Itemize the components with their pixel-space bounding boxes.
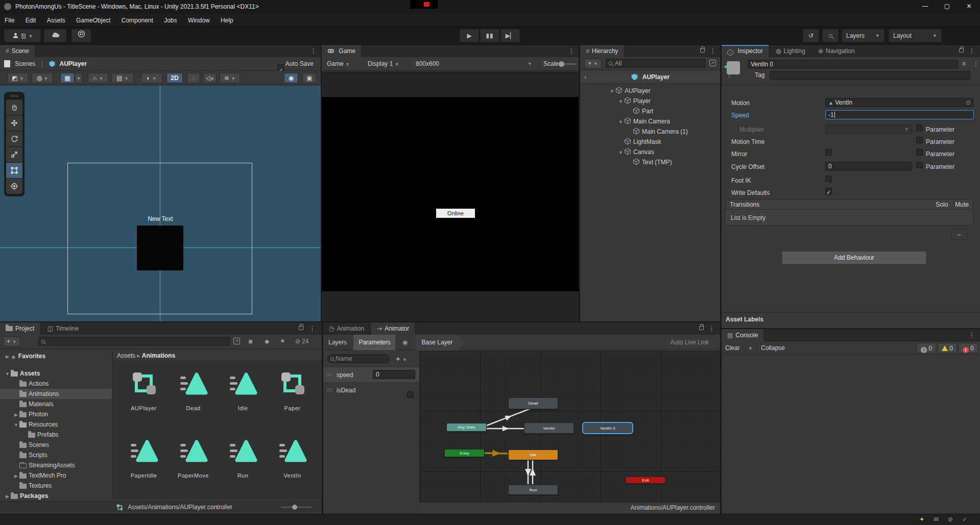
breadcrumb-root[interactable]: Assets <box>117 352 135 359</box>
scene-picker-icon[interactable]: ↗ <box>709 60 716 66</box>
palette-drag-handle[interactable] <box>6 94 22 98</box>
asset-idle[interactable]: Idle <box>218 367 268 428</box>
menu-component[interactable]: Component <box>117 14 158 27</box>
hierarchy-item-player[interactable]: ▼Player <box>580 96 720 106</box>
project-folder-scripts[interactable]: Scripts <box>0 450 112 460</box>
lock-icon[interactable] <box>700 48 705 53</box>
project-folder-animations[interactable]: Animations <box>0 389 112 399</box>
game-menu-kebab-icon[interactable]: ⋮ <box>568 47 575 55</box>
hierarchy-item-text-tmp-[interactable]: Text (TMP) <box>580 157 720 167</box>
project-folder-packages[interactable]: ▶Packages <box>0 491 112 500</box>
camera-settings-button[interactable]: ▣ <box>302 73 317 83</box>
motion-time-parameter-checkbox[interactable] <box>916 137 923 143</box>
resolution-dropdown[interactable]: 800x600 ▼ <box>413 59 535 69</box>
menu-window[interactable]: Window <box>183 14 214 27</box>
error-count-badge[interactable]: ! 0 <box>959 343 978 353</box>
project-menu-kebab-icon[interactable]: ⋮ <box>309 324 316 332</box>
no-errors-icon[interactable]: ⊘ <box>948 516 953 523</box>
scene-audio-toggle[interactable]: ◁✕ <box>203 73 217 83</box>
info-count-badge[interactable]: ! 0 <box>917 343 936 353</box>
lock-icon[interactable] <box>959 48 964 53</box>
breadcrumb-scenes[interactable]: Scenes <box>15 60 35 67</box>
state-node-entry[interactable]: Entry <box>444 449 485 457</box>
project-search-input[interactable] <box>38 337 230 346</box>
project-folder-actions[interactable]: Actions <box>0 379 112 389</box>
tab-animation[interactable]: ◷Animation <box>323 322 370 335</box>
minimize-button[interactable]: — <box>914 3 936 10</box>
display-dropdown[interactable]: Display 1 ▼ <box>365 59 402 69</box>
rect-tool[interactable] <box>6 163 22 178</box>
handle-orientation-button[interactable]: ◍ ▼ <box>32 73 53 83</box>
asset-dead[interactable]: Dead <box>169 367 218 428</box>
tab-project[interactable]: Project <box>0 322 40 335</box>
state-node-idle[interactable]: Idle <box>508 449 558 460</box>
eye-icon[interactable]: ◉ <box>402 339 408 346</box>
effects-dropdown[interactable]: ≋ ▼ <box>220 73 240 83</box>
speed-parameter-value[interactable]: 0 <box>373 370 415 379</box>
tab-game[interactable]: Game <box>322 45 361 57</box>
inspector-menu-kebab-icon[interactable]: ⋮ <box>968 47 975 55</box>
console-menu-kebab-icon[interactable]: ⋮ <box>968 331 975 339</box>
foot-ik-checkbox[interactable] <box>825 176 832 182</box>
tab-inspector[interactable]: i Inspector <box>722 45 769 57</box>
asset-run[interactable]: Run <box>218 435 268 495</box>
write-defaults-checkbox[interactable] <box>825 188 832 194</box>
animator-menu-kebab-icon[interactable]: ⋮ <box>708 324 715 332</box>
clear-dropdown-icon[interactable]: ▼ <box>745 346 755 351</box>
project-folder-prefabs[interactable]: Prefabs <box>0 430 112 440</box>
object-picker-icon[interactable]: ⊙ <box>966 98 971 107</box>
layers-toggle[interactable]: Layers <box>328 339 347 346</box>
project-folder-materials[interactable]: Materials <box>0 399 112 409</box>
project-folder-streamingassets[interactable]: StreamingAssets <box>0 460 112 470</box>
layout-dropdown[interactable]: Layout ▼ <box>889 29 942 42</box>
header-kebab-icon[interactable]: ⋮ <box>973 60 979 67</box>
menu-file[interactable]: File <box>0 14 19 27</box>
state-node-ventin[interactable]: VentIn <box>524 422 574 434</box>
message-icon[interactable]: ✉ <box>934 516 939 523</box>
transform-tool[interactable] <box>6 179 22 194</box>
thumbnail-size-slider-thumb[interactable] <box>292 505 297 510</box>
auto-live-link-button[interactable]: Auto Live Link <box>665 337 714 347</box>
activity-icon[interactable]: ✦ <box>919 516 924 523</box>
speed-field[interactable]: -1 <box>825 110 974 119</box>
state-node-run[interactable]: Run <box>508 485 558 495</box>
parameters-toggle[interactable]: Parameters <box>353 335 395 350</box>
grid-snap-dropdown[interactable]: ▼ <box>75 73 83 83</box>
warning-count-badge[interactable]: 0 <box>938 343 957 353</box>
breadcrumb-current[interactable]: Animations <box>142 352 175 359</box>
tab-timeline[interactable]: ◫Timeline <box>42 322 84 335</box>
hierarchy-item-main-camera-1-[interactable]: Main Camera (1) <box>580 127 720 137</box>
prefab-root-name[interactable]: AUPlayer <box>642 73 670 81</box>
add-behaviour-button[interactable]: Add Behaviour <box>782 251 926 264</box>
search-everything-button[interactable] <box>822 29 839 42</box>
rotate-tool[interactable] <box>6 131 22 146</box>
add-parameter-button[interactable]: + ▼ <box>396 354 407 363</box>
parameter-row-isdead[interactable]: isDead <box>323 383 419 398</box>
project-folder-resources[interactable]: ▼Resources <box>0 419 112 430</box>
project-folder-photon[interactable]: ▶Photon <box>0 409 112 419</box>
asset-labels-header[interactable]: Asset Labels <box>726 316 763 323</box>
state-machine-graph[interactable]: DeadAny StateVentInVentIn 0EntryIdleRunE… <box>420 351 720 503</box>
asset-papermove[interactable]: PaperMove <box>169 435 218 495</box>
hierarchy-item-lightmask[interactable]: LightMask <box>580 137 720 147</box>
tool-settings-button[interactable]: ◩ ▼ <box>7 73 29 83</box>
project-folder-scenes[interactable]: Scenes <box>0 440 112 450</box>
scene-menu-kebab-icon[interactable]: ⋮ <box>310 47 317 55</box>
open-search-window-icon[interactable]: ↗ <box>233 338 240 344</box>
collapse-button[interactable]: Collapse <box>757 343 788 353</box>
project-folder-assets[interactable]: ▼Assets <box>0 368 112 379</box>
multiplier-parameter-checkbox[interactable] <box>916 124 923 131</box>
account-button[interactable]: 정 ▼ <box>4 29 41 42</box>
mirror-parameter-checkbox[interactable] <box>916 149 923 156</box>
drag-handle-icon[interactable] <box>326 373 332 374</box>
create-object-button[interactable]: + ▼ <box>584 59 602 68</box>
state-node-ventin-0[interactable]: VentIn 0 <box>582 422 633 434</box>
lock-icon[interactable] <box>699 326 704 330</box>
scale-tool[interactable] <box>6 147 22 162</box>
presets-icon[interactable]: ≡ <box>962 60 966 67</box>
parameter-search-input[interactable]: Name <box>327 354 390 363</box>
base-layer-breadcrumb[interactable]: Base Layer <box>416 335 464 350</box>
close-button[interactable]: ✕ <box>958 3 980 10</box>
state-node-dead[interactable]: Dead <box>508 397 558 409</box>
clear-button[interactable]: Clear <box>722 343 744 353</box>
